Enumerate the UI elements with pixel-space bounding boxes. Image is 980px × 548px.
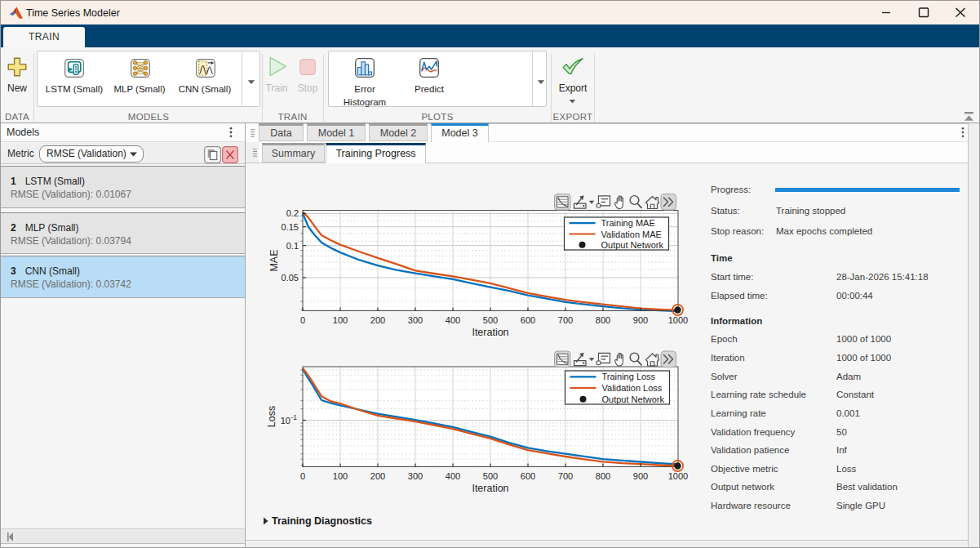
svg-text:500: 500 [483,471,498,481]
svg-text:Training MAE: Training MAE [601,218,655,228]
svg-text:10: 10 [281,416,290,425]
svg-text:700: 700 [558,471,573,481]
svg-text:Iteration: Iteration [472,483,508,494]
svg-text:800: 800 [596,315,610,325]
svg-text:Output Network: Output Network [602,394,665,404]
svg-text:0.15: 0.15 [282,222,299,232]
svg-text:MAE: MAE [268,249,280,271]
svg-text:500: 500 [483,315,498,325]
svg-text:900: 900 [633,315,648,325]
svg-text:200: 200 [370,315,385,325]
svg-text:300: 300 [408,315,423,325]
svg-text:0.1: 0.1 [286,241,299,251]
svg-text:400: 400 [446,315,460,325]
svg-text:800: 800 [596,471,610,481]
svg-text:-1: -1 [291,413,298,421]
svg-text:200: 200 [370,471,385,481]
svg-text:Validation MAE: Validation MAE [601,229,662,239]
svg-text:0.2: 0.2 [286,208,299,218]
svg-text:0: 0 [300,471,305,481]
svg-text:900: 900 [633,471,648,481]
svg-text:100: 100 [333,315,348,325]
svg-text:300: 300 [408,471,423,481]
svg-text:Output Network: Output Network [601,240,664,250]
svg-text:600: 600 [521,315,535,325]
svg-text:700: 700 [558,315,573,325]
svg-text:Loss: Loss [266,406,277,427]
svg-text:100: 100 [333,471,348,481]
svg-text:1000: 1000 [668,315,688,325]
svg-text:600: 600 [521,471,535,481]
svg-text:1000: 1000 [668,471,688,481]
svg-text:Iteration: Iteration [472,327,508,338]
svg-text:0: 0 [300,315,305,325]
svg-text:0.05: 0.05 [282,273,299,283]
svg-text:Training Loss: Training Loss [602,372,656,381]
svg-text:Validation Loss: Validation Loss [602,383,663,393]
svg-text:400: 400 [446,471,460,481]
